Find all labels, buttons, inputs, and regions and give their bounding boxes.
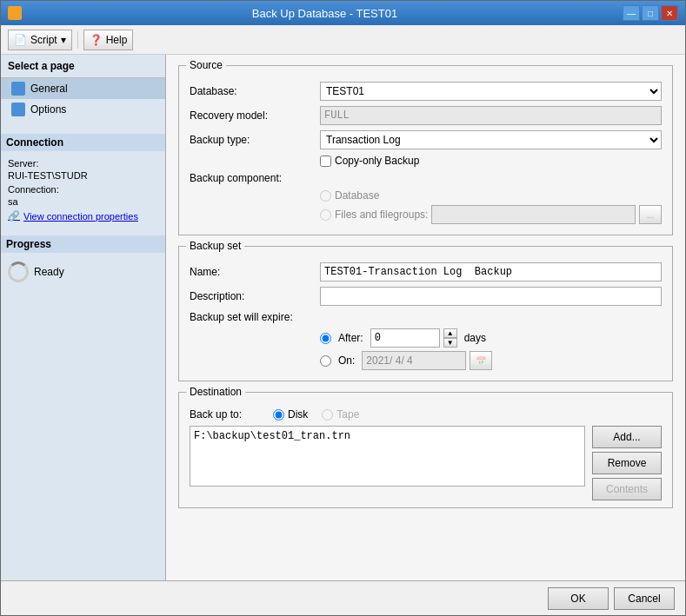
destination-content: Back up to: Disk Tape Add... [190, 408, 662, 500]
destination-legend: Destination [186, 386, 245, 398]
database-label: Database: [190, 85, 320, 97]
expire-label: Backup set will expire: [190, 311, 320, 323]
backup-type-select[interactable]: Transaction Log [320, 130, 662, 149]
backup-to-label: Back up to: [190, 408, 259, 421]
copy-only-label: Copy-only Backup [335, 155, 419, 167]
files-input-row: ... [431, 205, 662, 224]
description-label: Description: [190, 290, 320, 302]
after-radio[interactable] [320, 333, 331, 344]
backup-set-section: Backup set Name: Description: Backup set… [178, 246, 673, 381]
progress-ready: Ready [8, 262, 158, 282]
database-radio-label: Database [335, 189, 379, 202]
destination-section: Destination Back up to: Disk Tape [178, 392, 673, 508]
description-input[interactable] [320, 287, 662, 306]
name-row: Name: [190, 262, 662, 282]
bottom-bar: OK Cancel [1, 580, 685, 615]
backup-files-textarea[interactable] [190, 426, 585, 487]
on-radio-label: On: [338, 354, 355, 367]
sidebar-item-general[interactable]: General [1, 78, 165, 99]
progress-title: Progress [1, 235, 165, 253]
files-browse-button: ... [639, 205, 662, 224]
disk-label: Disk [288, 408, 308, 421]
connection-label: Connection: [8, 184, 158, 195]
minimize-button[interactable]: — [623, 5, 640, 21]
view-connection-label: View connection properties [23, 211, 138, 222]
files-radio [320, 209, 331, 221]
days-label: days [464, 332, 486, 344]
ready-label: Ready [34, 266, 64, 278]
files-radio-row: Files and filegroups: ... [320, 205, 662, 224]
maximize-button[interactable]: □ [642, 5, 659, 21]
on-datepicker-wrapper: 📅 [362, 351, 492, 370]
close-button[interactable]: ✕ [661, 5, 678, 21]
spin-up-button[interactable]: ▲ [443, 328, 457, 338]
backup-set-legend: Backup set [186, 240, 244, 252]
remove-button[interactable]: Remove [592, 452, 662, 474]
toolbar: 📄 Script ▾ ❓ Help [1, 25, 685, 55]
backup-type-label: Backup type: [190, 134, 320, 146]
select-page-title: Select a page [1, 55, 165, 78]
script-dropdown-arrow: ▾ [61, 34, 66, 46]
after-radio-label: After: [338, 332, 363, 344]
help-button[interactable]: ❓ Help [83, 30, 134, 50]
view-connection-link[interactable]: 🔗 View connection properties [8, 210, 158, 222]
sidebar: Select a page General Options Connection… [1, 55, 166, 580]
on-datepicker [362, 351, 466, 370]
cancel-button[interactable]: Cancel [614, 587, 675, 610]
files-radio-label: Files and filegroups: [335, 209, 428, 221]
tape-label: Tape [336, 408, 359, 421]
ok-button[interactable]: OK [548, 587, 609, 610]
description-row: Description: [190, 287, 662, 306]
after-row: After: ▲ ▼ days [320, 328, 662, 370]
sidebar-general-label: General [30, 83, 68, 95]
name-input[interactable] [320, 262, 662, 282]
copy-only-checkbox[interactable] [320, 156, 331, 167]
spin-down-button[interactable]: ▼ [443, 338, 457, 348]
recovery-model-row: Recovery model: [190, 106, 662, 125]
connection-title: Connection [1, 134, 165, 151]
progress-spinner-icon [8, 262, 29, 282]
source-section: Source Database: TEST01 Recovery model: … [178, 65, 673, 235]
progress-section: Ready [1, 256, 165, 288]
help-label: Help [106, 34, 128, 46]
toolbar-separator [77, 31, 78, 49]
source-legend: Source [186, 59, 226, 71]
disk-radio[interactable] [273, 409, 284, 421]
backup-to-row: Back up to: Disk Tape [190, 408, 662, 421]
backup-files-area: Add... Remove Contents [190, 426, 662, 500]
help-icon: ❓ [90, 34, 103, 46]
app-icon [8, 6, 22, 20]
script-button[interactable]: 📄 Script ▾ [8, 30, 72, 50]
spin-buttons: ▲ ▼ [443, 328, 457, 348]
database-row: Database: TEST01 [190, 82, 662, 101]
database-radio-row: Database [320, 189, 662, 202]
on-radio[interactable] [320, 355, 331, 367]
backup-buttons: Add... Remove Contents [592, 426, 662, 500]
link-icon: 🔗 [8, 210, 20, 222]
contents-button[interactable]: Contents [592, 478, 662, 500]
backup-component-label-row: Backup component: [190, 172, 662, 184]
window-title: Back Up Database - TEST01 [27, 7, 623, 20]
after-spinbox[interactable] [370, 328, 440, 348]
disk-radio-item: Disk [273, 408, 308, 421]
recovery-model-label: Recovery model: [190, 109, 320, 122]
server-label: Server: [8, 158, 158, 169]
backup-component-label: Backup component: [190, 172, 320, 184]
after-spinbox-wrapper: ▲ ▼ [370, 328, 457, 348]
database-radio [320, 190, 331, 202]
database-select[interactable]: TEST01 [320, 82, 662, 101]
progress-block: Progress Ready [1, 235, 165, 288]
files-input [431, 205, 636, 224]
sidebar-item-options[interactable]: Options [1, 99, 165, 120]
server-value: RUI-TEST\STUDR [8, 170, 158, 181]
window-controls: — □ ✕ [623, 5, 678, 21]
connection-block: Connection Server: RUI-TEST\STUDR Connec… [1, 134, 165, 225]
main-window: Back Up Database - TEST01 — □ ✕ 📄 Script… [0, 0, 686, 616]
add-button[interactable]: Add... [592, 426, 662, 448]
tape-radio [322, 409, 333, 421]
connection-value: sa [8, 196, 158, 207]
general-icon [11, 82, 25, 96]
backup-type-row: Backup type: Transaction Log [190, 130, 662, 149]
content-area: Select a page General Options Connection… [1, 55, 685, 580]
recovery-model-input [320, 106, 662, 125]
